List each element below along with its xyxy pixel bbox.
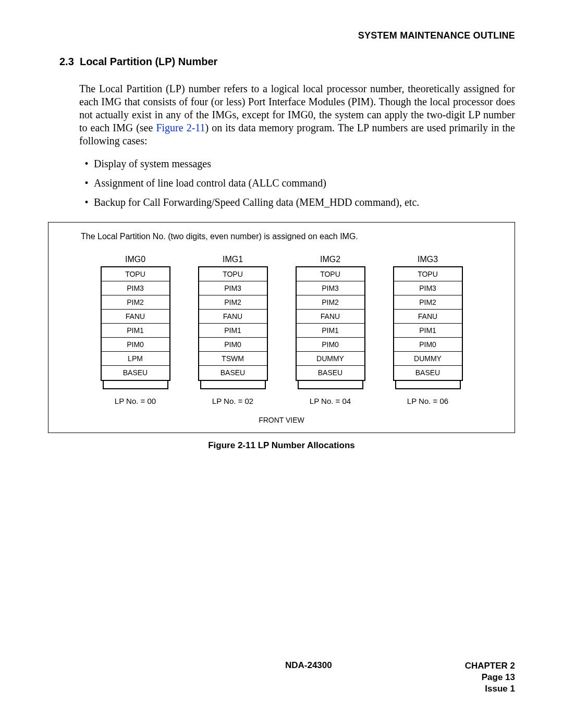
body-paragraph: The Local Partition (LP) number refers t… [79, 82, 515, 147]
rack-column: IMG1 TOPU PIM3 PIM2 FANU PIM1 PIM0 TSWM … [192, 255, 273, 405]
section-number: 2.3 [59, 56, 74, 67]
figure-reference-link[interactable]: Figure 2-11 [156, 122, 205, 133]
rack-cell: TOPU [199, 267, 267, 281]
rack-cell: BASEU [199, 366, 267, 380]
rack-label: IMG1 [223, 255, 243, 264]
bullet-icon: • [79, 177, 94, 189]
rack-cell: TOPU [102, 267, 169, 281]
rack: TOPU PIM3 PIM2 FANU PIM1 PIM0 TSWM BASEU [198, 266, 268, 381]
rack-cell: PIM0 [394, 338, 462, 352]
rack-cell: PIM1 [102, 324, 169, 338]
lp-number-label: LP No. = 02 [212, 397, 253, 405]
rack-cell: TOPU [297, 267, 364, 281]
rack-cell: BASEU [297, 366, 364, 380]
page-footer: NDA-24300 CHAPTER 2 Page 13 Issue 1 [48, 660, 515, 695]
bracket-icon [394, 381, 462, 392]
rack-label: IMG3 [418, 255, 438, 264]
list-item: • Assignment of line load control data (… [79, 177, 515, 189]
rack-cell: PIM1 [199, 324, 267, 338]
footer-chapter: CHAPTER 2 [465, 660, 515, 672]
rack-column: IMG3 TOPU PIM3 PIM2 FANU PIM1 PIM0 DUMMY… [387, 255, 468, 405]
rack-cell: PIM2 [102, 295, 169, 310]
list-item: • Backup for Call Forwarding/Speed Calli… [79, 196, 515, 208]
rack-cell: LPM [102, 352, 169, 366]
section-title: Local Partition (LP) Number [80, 56, 217, 67]
rack: TOPU PIM3 PIM2 FANU PIM1 PIM0 DUMMY BASE… [296, 266, 365, 381]
footer-issue: Issue 1 [465, 683, 515, 695]
rack-cell: DUMMY [297, 352, 364, 366]
bracket-icon [199, 381, 267, 392]
rack: TOPU PIM3 PIM2 FANU PIM1 PIM0 DUMMY BASE… [393, 266, 463, 381]
front-view-label: FRONT VIEW [67, 416, 496, 424]
rack-label: IMG2 [320, 255, 340, 264]
rack-cell: DUMMY [394, 352, 462, 366]
lp-number-label: LP No. = 04 [310, 397, 351, 405]
rack-cell: FANU [102, 310, 169, 324]
rack-cell: PIM1 [394, 324, 462, 338]
rack-cell: FANU [297, 310, 364, 324]
rack-cell: PIM0 [297, 338, 364, 352]
section-heading: 2.3 Local Partition (LP) Number [59, 56, 515, 68]
lp-number-label: LP No. = 06 [407, 397, 448, 405]
rack-cell: FANU [199, 310, 267, 324]
document-page: SYSTEM MAINTENANCE OUTLINE 2.3 Local Par… [0, 0, 563, 728]
footer-page: Page 13 [465, 672, 515, 683]
rack-cell: PIM1 [297, 324, 364, 338]
rack-column: IMG0 TOPU PIM3 PIM2 FANU PIM1 PIM0 LPM B… [95, 255, 176, 405]
list-item-text: Assignment of line load control data (AL… [94, 177, 326, 189]
figure-note: The Local Partition No. (two digits, eve… [81, 232, 496, 241]
page-header-title: SYSTEM MAINTENANCE OUTLINE [48, 30, 515, 41]
rack-cell: BASEU [394, 366, 462, 380]
rack-cell: PIM3 [102, 281, 169, 295]
rack-cell: PIM3 [394, 281, 462, 295]
rack-cell: TOPU [394, 267, 462, 281]
lp-number-label: LP No. = 00 [115, 397, 156, 405]
rack-column: IMG2 TOPU PIM3 PIM2 FANU PIM1 PIM0 DUMMY… [290, 255, 371, 405]
rack-cell: PIM3 [297, 281, 364, 295]
list-item-text: Display of system messages [94, 158, 211, 170]
rack-stacks: IMG0 TOPU PIM3 PIM2 FANU PIM1 PIM0 LPM B… [67, 255, 496, 405]
list-item: • Display of system messages [79, 158, 515, 170]
rack-cell: PIM0 [199, 338, 267, 352]
bracket-icon [297, 381, 364, 392]
bullet-icon: • [79, 196, 94, 208]
list-item-text: Backup for Call Forwarding/Speed Calling… [94, 196, 419, 208]
rack-cell: PIM3 [199, 281, 267, 295]
rack-label: IMG0 [125, 255, 145, 264]
rack-cell: FANU [394, 310, 462, 324]
footer-right: CHAPTER 2 Page 13 Issue 1 [465, 660, 515, 695]
rack-cell: BASEU [102, 366, 169, 380]
rack: TOPU PIM3 PIM2 FANU PIM1 PIM0 LPM BASEU [101, 266, 170, 381]
footer-doc-number: NDA-24300 [285, 660, 332, 671]
rack-cell: PIM2 [394, 295, 462, 310]
figure-caption: Figure 2-11 LP Number Allocations [48, 440, 515, 451]
rack-cell: PIM2 [199, 295, 267, 310]
figure-container: The Local Partition No. (two digits, eve… [48, 222, 515, 433]
rack-cell: TSWM [199, 352, 267, 366]
bullet-icon: • [79, 158, 94, 170]
rack-cell: PIM0 [102, 338, 169, 352]
rack-cell: PIM2 [297, 295, 364, 310]
bullet-list: • Display of system messages • Assignmen… [79, 158, 515, 208]
bracket-icon [102, 381, 169, 392]
